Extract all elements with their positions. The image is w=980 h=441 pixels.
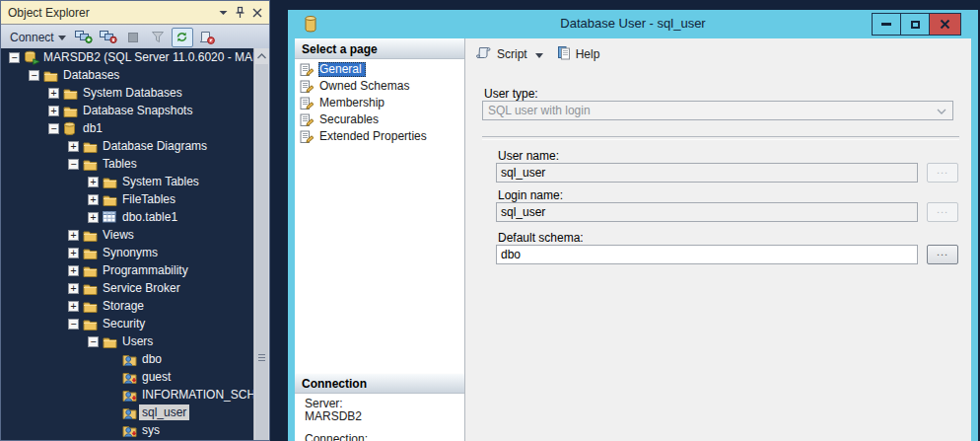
tree-item-label[interactable]: Storage: [100, 298, 147, 314]
tree-item-dbo[interactable]: dbo: [1, 350, 269, 368]
tree-item-databases[interactable]: −Databases: [1, 66, 269, 84]
tree-item-database-snapshots[interactable]: +Database Snapshots: [1, 102, 269, 119]
tree-item-label[interactable]: sql_user: [139, 404, 189, 420]
tree-item-label[interactable]: Databases: [60, 67, 122, 83]
connect-button[interactable]: Connect: [6, 29, 70, 46]
tree-item-label[interactable]: Tables: [100, 156, 140, 172]
tree-item-label[interactable]: Security: [100, 316, 148, 331]
page-item-label[interactable]: Securables: [318, 112, 383, 127]
tree-item-label[interactable]: Programmability: [100, 262, 191, 278]
connect-server-icon[interactable]: [73, 28, 95, 47]
page-item-securables[interactable]: Securables: [295, 111, 464, 128]
scrollbar-thumb[interactable]: [255, 64, 268, 440]
script-dropdown-icon[interactable]: [535, 53, 543, 58]
tree-item-service-broker[interactable]: +Service Broker: [1, 279, 269, 297]
page-item-extended-properties[interactable]: Extended Properties: [295, 128, 464, 145]
collapse-icon[interactable]: −: [68, 319, 79, 330]
default-schema-browse-button[interactable]: ...: [927, 245, 958, 264]
page-item-label[interactable]: General: [318, 62, 366, 77]
expand-icon[interactable]: +: [88, 177, 99, 187]
collapse-icon[interactable]: −: [9, 52, 20, 63]
script-x-icon[interactable]: [196, 28, 218, 47]
expand-icon[interactable]: +: [68, 301, 79, 312]
tree-item-security[interactable]: −Security: [1, 315, 269, 332]
userx-icon: [122, 423, 139, 437]
tree-item-label[interactable]: Synonyms: [100, 245, 161, 260]
user-type-combobox[interactable]: SQL user with login: [482, 101, 953, 120]
disconnect-server-icon[interactable]: [98, 28, 119, 47]
tree-item-label[interactable]: System Tables: [119, 174, 202, 189]
tree-item-information-schem[interactable]: INFORMATION_SCHEM: [1, 386, 269, 404]
tree-item-users[interactable]: −Users: [1, 332, 269, 350]
tree-item-label[interactable]: MARSDB2 (SQL Server 11.0.6020 - MARSD: [40, 49, 269, 65]
script-icon[interactable]: [475, 46, 492, 63]
tree-scrollbar[interactable]: [253, 48, 269, 440]
stop-icon[interactable]: [122, 28, 144, 47]
maximize-button[interactable]: [900, 13, 930, 36]
tree-item-storage[interactable]: +Storage: [1, 297, 269, 315]
tree-item-synonyms[interactable]: +Synonyms: [1, 244, 269, 261]
tree-item-db1[interactable]: −db1: [1, 119, 269, 137]
expand-icon[interactable]: +: [68, 230, 79, 241]
help-button[interactable]: Help: [576, 47, 600, 61]
tree-item-label[interactable]: System Databases: [80, 85, 185, 101]
close-icon[interactable]: [248, 4, 265, 21]
tree-item-programmability[interactable]: +Programmability: [1, 261, 269, 279]
page-item-owned-schemas[interactable]: Owned Schemas: [295, 78, 464, 95]
tree-item-label[interactable]: dbo: [139, 351, 165, 367]
expand-icon[interactable]: +: [48, 88, 59, 99]
general-page-content: Script Help User type: SQL user with log…: [465, 38, 971, 441]
close-button[interactable]: [929, 13, 961, 36]
dialog-titlebar[interactable]: Database User - sql_user: [288, 10, 978, 38]
tree-item-system-tables[interactable]: +System Tables: [1, 173, 269, 190]
refresh-icon[interactable]: [172, 28, 193, 47]
tree-item-label[interactable]: Users: [119, 333, 156, 349]
pin-icon[interactable]: [232, 4, 248, 21]
help-icon[interactable]: [557, 45, 571, 63]
tree-item-dbo-table1[interactable]: +dbo.table1: [1, 208, 269, 226]
login-name-input[interactable]: [496, 202, 918, 222]
page-item-general[interactable]: General: [295, 61, 464, 78]
tree-item-label[interactable]: INFORMATION_SCHEM: [139, 387, 269, 403]
collapse-icon[interactable]: −: [29, 70, 39, 81]
expand-icon[interactable]: +: [48, 106, 59, 116]
tree-item-label[interactable]: db1: [80, 120, 105, 136]
tree-item-sql-user[interactable]: sql_user: [1, 404, 269, 421]
expand-icon[interactable]: +: [88, 194, 99, 205]
tree-item-label[interactable]: FileTables: [119, 191, 178, 207]
tree-item-system-databases[interactable]: +System Databases: [1, 84, 269, 102]
filter-icon[interactable]: [147, 28, 169, 47]
tree-item-filetables[interactable]: +FileTables: [1, 190, 269, 208]
default-schema-input[interactable]: [496, 245, 918, 264]
tree-item-label[interactable]: sys: [139, 422, 163, 438]
page-item-label[interactable]: Owned Schemas: [318, 79, 413, 94]
tree-item-label[interactable]: Database Diagrams: [100, 138, 210, 154]
tree-item-guest[interactable]: guest: [1, 368, 269, 386]
tree-item-label[interactable]: dbo.table1: [119, 209, 180, 225]
window-position-chevron-icon[interactable]: [215, 4, 232, 21]
tree-item-label[interactable]: Database Snapshots: [80, 103, 195, 118]
tree-item-marsdb2-sql-server-11-0-6020-marsd[interactable]: −MARSDB2 (SQL Server 11.0.6020 - MARSD: [1, 48, 269, 66]
tree-item-database-diagrams[interactable]: +Database Diagrams: [1, 137, 269, 155]
minimize-button[interactable]: [872, 13, 901, 36]
tree-item-tables[interactable]: −Tables: [1, 155, 269, 173]
page-item-membership[interactable]: Membership: [295, 95, 464, 111]
script-button[interactable]: Script: [497, 47, 527, 61]
tree-item-label[interactable]: Views: [100, 227, 137, 243]
tree-item-label[interactable]: guest: [139, 369, 174, 385]
tree-item-sys[interactable]: sys: [1, 421, 269, 439]
expand-icon[interactable]: +: [68, 283, 79, 294]
expand-icon[interactable]: +: [68, 248, 79, 258]
page-item-label[interactable]: Membership: [318, 96, 388, 110]
collapse-icon[interactable]: −: [48, 123, 59, 134]
expand-icon[interactable]: +: [68, 141, 79, 152]
expand-icon[interactable]: +: [88, 212, 99, 223]
tree-item-views[interactable]: +Views: [1, 226, 269, 244]
user-name-input[interactable]: [496, 163, 918, 183]
tree-item-label[interactable]: Service Broker: [100, 280, 183, 296]
scroll-up-icon[interactable]: [254, 48, 269, 63]
expand-icon[interactable]: +: [68, 265, 79, 276]
collapse-icon[interactable]: −: [88, 336, 99, 347]
collapse-icon[interactable]: −: [68, 159, 79, 170]
page-item-label[interactable]: Extended Properties: [318, 129, 431, 144]
